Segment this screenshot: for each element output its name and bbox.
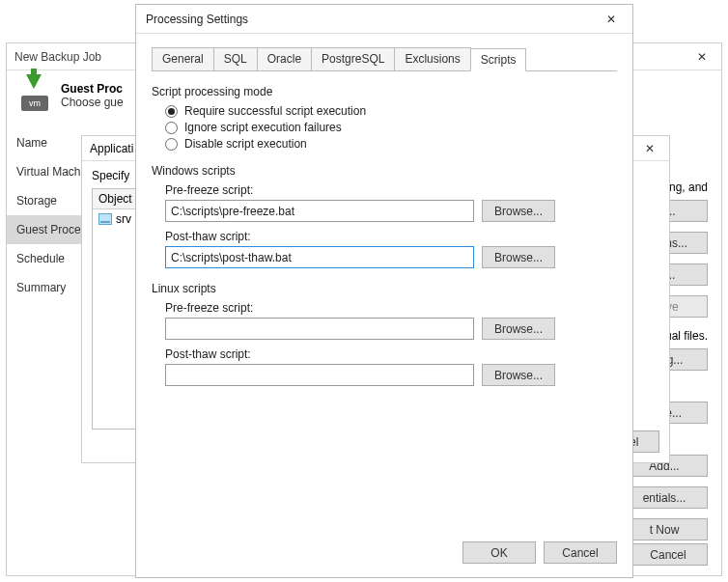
radio-icon[interactable] <box>165 105 178 118</box>
close-icon[interactable]: ✕ <box>638 139 661 158</box>
vm-badge: vm <box>21 96 48 111</box>
lin-post-thaw-input[interactable] <box>165 364 474 386</box>
tab-sql[interactable]: SQL <box>213 47 258 70</box>
processing-settings-dialog: Processing Settings ✕ General SQL Oracle… <box>135 4 633 578</box>
lin-pre-label: Pre-freeze script: <box>165 301 617 315</box>
browse-button[interactable]: Browse... <box>482 200 555 222</box>
wizard-title: New Backup Job <box>14 50 101 64</box>
object-column-header[interactable]: Object <box>93 189 139 209</box>
applications-title: Applicati <box>90 142 133 155</box>
lin-post-label: Post-thaw script: <box>165 347 617 361</box>
linux-scripts-group: Linux scripts Pre-freeze script: Browse.… <box>152 282 617 386</box>
close-icon[interactable]: ✕ <box>690 47 714 67</box>
test-now-button[interactable]: t Now <box>621 518 708 540</box>
radio-label: Disable script execution <box>184 137 307 151</box>
ok-button[interactable]: OK <box>462 541 536 564</box>
lin-pre-freeze-input[interactable] <box>165 318 474 340</box>
backup-job-icon: vm <box>16 78 51 113</box>
tab-general[interactable]: General <box>152 47 214 70</box>
dialog-titlebar: Processing Settings ✕ <box>136 5 632 34</box>
list-item-label: srv <box>116 212 131 226</box>
tab-postgresql[interactable]: PostgreSQL <box>311 47 395 70</box>
radio-icon[interactable] <box>165 138 178 151</box>
browse-button[interactable]: Browse... <box>482 246 555 268</box>
win-pre-freeze-input[interactable] <box>165 200 474 222</box>
tab-strip: General SQL Oracle PostgreSQL Exclusions… <box>152 47 617 71</box>
radio-label: Ignore script execution failures <box>184 121 342 134</box>
radio-label: Require successful script execution <box>184 104 366 118</box>
wizard-step-subtitle: Choose gue <box>61 96 124 109</box>
radio-icon[interactable] <box>165 122 178 134</box>
tab-oracle[interactable]: Oracle <box>257 47 312 70</box>
windows-scripts-title: Windows scripts <box>152 164 617 178</box>
dialog-title: Processing Settings <box>146 13 248 26</box>
windows-scripts-group: Windows scripts Pre-freeze script: Brows… <box>152 164 617 268</box>
browse-button[interactable]: Browse... <box>482 318 555 340</box>
script-mode-group: Script processing mode Require successfu… <box>152 85 617 151</box>
dialog-body: General SQL Oracle PostgreSQL Exclusions… <box>136 34 632 403</box>
close-icon[interactable]: ✕ <box>600 10 623 29</box>
list-item[interactable]: srv <box>93 209 139 229</box>
server-icon <box>98 213 112 225</box>
radio-require[interactable]: Require successful script execution <box>165 104 617 118</box>
dialog-footer: OK Cancel <box>462 541 617 564</box>
wizard-step-title: Guest Proc <box>61 82 124 96</box>
win-pre-label: Pre-freeze script: <box>165 183 617 197</box>
cancel-button[interactable]: Cancel <box>544 541 617 564</box>
script-mode-title: Script processing mode <box>152 85 617 98</box>
browse-button[interactable]: Browse... <box>482 364 555 386</box>
tab-scripts[interactable]: Scripts <box>470 48 527 71</box>
tab-exclusions[interactable]: Exclusions <box>394 47 470 70</box>
radio-ignore[interactable]: Ignore script execution failures <box>165 121 617 134</box>
object-list[interactable]: Object srv <box>92 188 140 430</box>
win-post-thaw-input[interactable] <box>165 246 474 268</box>
credentials-button[interactable]: entials... <box>621 486 708 509</box>
radio-disable[interactable]: Disable script execution <box>165 137 617 151</box>
win-post-label: Post-thaw script: <box>165 230 617 243</box>
wizard-header-text: Guest Proc Choose gue <box>61 82 124 109</box>
cancel-button[interactable]: Cancel <box>629 543 708 566</box>
linux-scripts-title: Linux scripts <box>152 282 617 295</box>
